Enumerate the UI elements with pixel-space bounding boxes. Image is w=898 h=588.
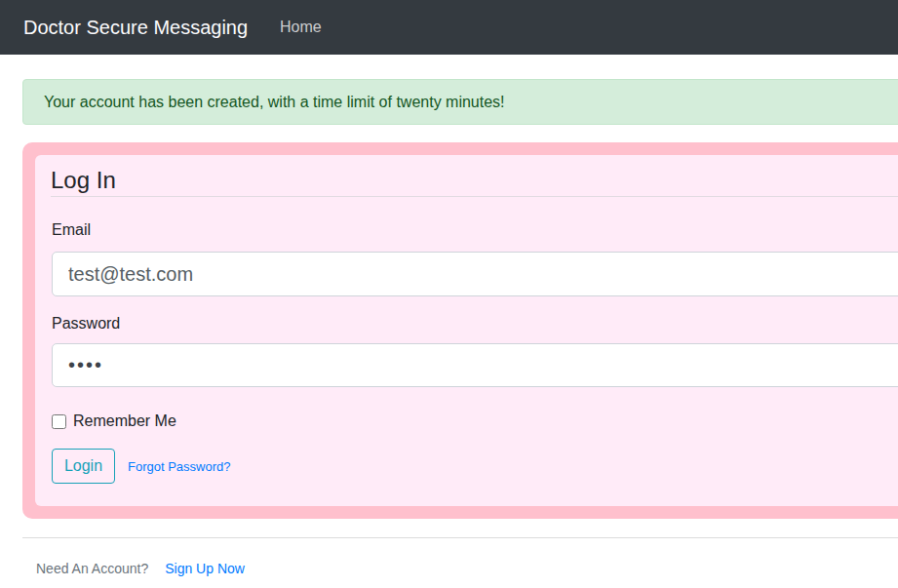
forgot-password-link[interactable]: Forgot Password? xyxy=(128,459,231,474)
password-label: Password xyxy=(52,312,120,335)
footer-divider xyxy=(22,537,898,538)
login-card: Log In Email Password Remember Me Login … xyxy=(22,142,898,519)
login-action-row: Login Forgot Password? xyxy=(52,449,231,484)
email-field[interactable] xyxy=(52,252,898,296)
remember-me-row: Remember Me xyxy=(52,412,176,430)
remember-me-label: Remember Me xyxy=(73,412,176,430)
nav-link-home[interactable]: Home xyxy=(280,0,322,55)
navbar-brand[interactable]: Doctor Secure Messaging xyxy=(23,0,248,55)
password-field[interactable] xyxy=(52,343,898,387)
login-card-body: Log In Email Password Remember Me Login … xyxy=(35,155,898,506)
email-label: Email xyxy=(52,218,91,242)
sign-up-now-link[interactable]: Sign Up Now xyxy=(165,561,245,576)
remember-me-checkbox[interactable] xyxy=(52,414,66,429)
top-navbar: Doctor Secure Messaging Home xyxy=(0,0,898,55)
success-alert-message: Your account has been created, with a ti… xyxy=(44,94,505,111)
signup-prompt-text: Need An Account? xyxy=(36,561,148,576)
signup-prompt-row: Need An Account? Sign Up Now xyxy=(36,561,245,576)
login-button[interactable]: Login xyxy=(52,449,115,484)
success-alert: Your account has been created, with a ti… xyxy=(22,79,898,125)
login-title: Log In xyxy=(51,164,898,197)
